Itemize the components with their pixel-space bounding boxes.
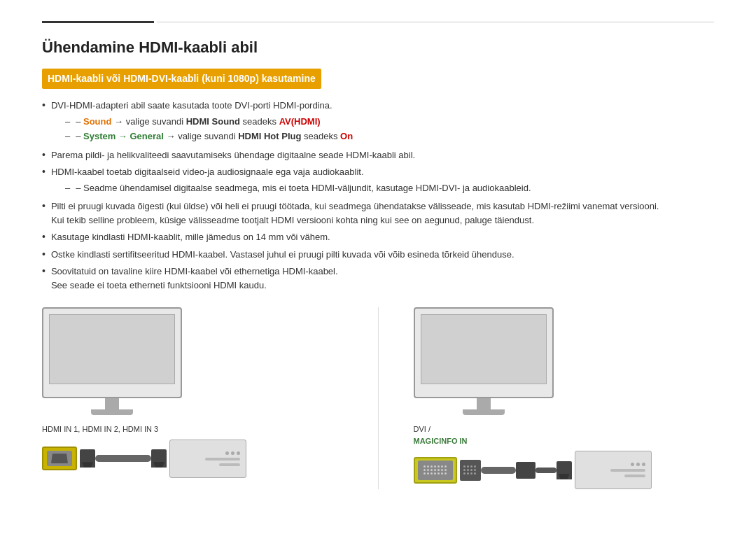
text-hdmi-sound: HDMI Sound [186, 116, 240, 127]
section-heading: HDMI-kaabli või HDMI-DVI-kaabli (kuni 10… [42, 69, 321, 89]
bullet-text-5: Kasutage kindlasti HDMI-kaablit, mille j… [51, 230, 330, 244]
dvi-pin [424, 469, 426, 471]
device-dot-r [642, 463, 645, 466]
dvi-pin [434, 469, 436, 471]
monitor-body-right [414, 307, 554, 398]
dvi-pin [441, 465, 443, 468]
dvi-pin [444, 472, 447, 475]
device-box-right [575, 451, 652, 489]
bullet-text-4: Pilti ei pruugi kuvada õigesti (kui ülds… [51, 201, 659, 211]
hdmi-connector-area [42, 440, 246, 478]
cable-line-hdmi [95, 455, 151, 462]
dvi-plug-pins [463, 465, 477, 475]
dvi-pin [434, 465, 436, 468]
bullet-text-2: Parema pildi- ja helikvaliteedi saavutam… [51, 148, 415, 162]
hdmi-port-highlight [42, 447, 77, 470]
cable-dvi [481, 467, 516, 474]
monitor-illustration-right [414, 307, 554, 415]
page-title: Ühendamine HDMI-kaabli abil [42, 36, 714, 59]
dvi-pin [424, 465, 426, 468]
sub-text-2a: → valige suvandi [167, 131, 239, 141]
dvi-port-highlight [414, 457, 457, 484]
monitor-stand-neck-left [105, 398, 119, 409]
cable-dvi-2 [536, 468, 556, 473]
dvi-pin [444, 465, 447, 468]
dvi-pin [430, 465, 433, 468]
text-avhdmi: AV(HDMI) [279, 116, 321, 127]
dvi-pin [438, 472, 440, 475]
hdmi-plug-left [80, 449, 95, 468]
device-dot [225, 451, 229, 455]
dvi-pin [444, 469, 447, 471]
monitor-stand-neck-right [477, 398, 491, 409]
dvi-pin [438, 465, 440, 468]
right-diagram: DVI / MAGICINFO IN [414, 307, 715, 489]
device-dot [231, 451, 234, 455]
list-item: Ostke kindlasti sertifitseeritud HDMI-ka… [42, 248, 714, 262]
sub-list-1: – Sound → valige suvandi HDMI Sound sead… [51, 115, 353, 143]
monitor-stand-base-right [463, 409, 505, 415]
dvi-pin [427, 465, 429, 468]
hdmi-plug-dvi-end [556, 461, 572, 479]
hdmi-adapter [516, 462, 536, 479]
sub-text-2b: seadeks [304, 131, 340, 141]
hdmi-plug-tip-dvi [559, 474, 570, 479]
left-diagram: HDMI IN 1, HDMI IN 2, HDMI IN 3 [42, 307, 343, 478]
dvi-pin [430, 469, 433, 471]
dvi-connector-area [414, 451, 652, 489]
hdmi-port-inner [47, 451, 72, 466]
rule-light [157, 22, 714, 22]
hdmi-slot [51, 454, 68, 463]
bullet-text-6: Ostke kindlasti sertifitseeritud HDMI-ka… [51, 248, 514, 262]
dvi-inner [418, 461, 453, 480]
device-dot [237, 451, 240, 455]
dvi-port-label: DVI / MAGICINFO IN [414, 421, 468, 447]
bullet-text-7-extra: See seade ei toeta etherneti funktsiooni… [51, 280, 267, 290]
dvi-pin [438, 469, 440, 471]
dvi-pin [430, 472, 433, 475]
hdmi-plug-tip [82, 462, 93, 468]
hdmi-plug-tip-r [153, 462, 164, 468]
text-hdmi-hotplug: HDMI Hot Plug [238, 131, 301, 141]
list-item: Soovitatuid on tavaline kiire HDMI-kaabe… [42, 265, 714, 292]
device-slot-r2 [624, 475, 645, 477]
text-on: On [340, 131, 353, 141]
list-item: Pilti ei pruugi kuvada õigesti (kui ülds… [42, 199, 714, 227]
rule-dark [42, 21, 154, 23]
dvi-label-line2: MAGICINFO IN [414, 435, 468, 447]
hdmi-cable-assembly [80, 449, 167, 468]
device-dot-r [636, 463, 640, 466]
sub-text-1b: seadeks [243, 116, 279, 127]
text-sound: Sound [83, 116, 111, 127]
device-dots-right [631, 463, 645, 466]
device-slot [205, 458, 240, 461]
list-item: HDMI-kaabel toetab digitaalseid video-ja… [42, 165, 714, 196]
top-rule [42, 21, 714, 23]
hdmi-plug-right [151, 449, 167, 468]
diagrams-row: HDMI IN 1, HDMI IN 2, HDMI IN 3 [42, 307, 714, 489]
device-dot-r [631, 463, 634, 466]
dvi-cable-assembly [460, 460, 572, 481]
main-bullet-list: DVI-HDMI-adapteri abil saate kasutada to… [42, 99, 714, 292]
sub-text-3: Seadme ühendamisel digitaalse seadmega, … [83, 181, 531, 195]
monitor-illustration-left [42, 307, 182, 415]
dvi-pin [441, 472, 443, 475]
dvi-plug [460, 460, 481, 481]
device-box-left [169, 440, 246, 478]
list-item: Parema pildi- ja helikvaliteedi saavutam… [42, 148, 714, 162]
list-item: Kasutage kindlasti HDMI-kaablit, mille j… [42, 230, 714, 244]
device-slot-r [610, 469, 645, 472]
monitor-body-left [42, 307, 182, 398]
text-system-general: System → General [83, 131, 164, 141]
bullet-text-1: DVI-HDMI-adapteri abil saate kasutada to… [51, 100, 332, 111]
dvi-pin [427, 472, 429, 475]
monitor-screen-right [421, 314, 547, 384]
dvi-pin [441, 469, 443, 471]
sub-list-item: – Seadme ühendamisel digitaalse seadmega… [65, 181, 531, 195]
sub-list-item: – System → General → valige suvandi HDMI… [65, 129, 353, 143]
device-slot-2 [219, 463, 240, 466]
bullet-text-7: Soovitatuid on tavaline kiire HDMI-kaabe… [51, 266, 338, 276]
monitor-stand-base-left [91, 409, 133, 415]
device-dots [225, 451, 240, 455]
list-item: DVI-HDMI-adapteri abil saate kasutada to… [42, 99, 714, 145]
